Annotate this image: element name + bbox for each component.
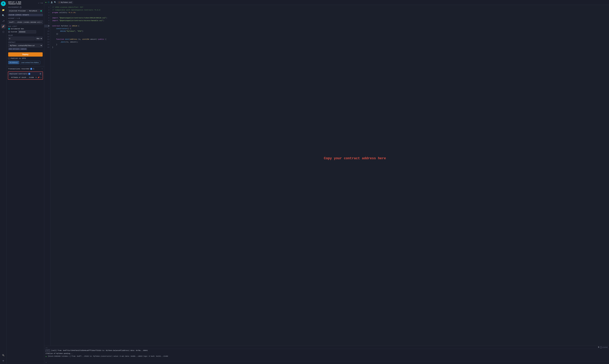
deployed-contracts-section: Deployed Contracts 1 🗑 › MYTOKEN AT 0XA3… <box>8 71 43 80</box>
contract-section: CONTRACT MyToken - contracts/MyToken.sol… <box>7 41 44 52</box>
custom-gas-radio[interactable] <box>8 31 10 33</box>
delete-all-deployed-icon[interactable]: 🗑 <box>40 73 41 75</box>
add-account-icon[interactable]: + <box>15 17 16 19</box>
account-select[interactable]: 0xdf7...251b3 (44383.303368 etl ▾ <box>8 20 43 24</box>
custom-gas-input[interactable] <box>18 30 36 33</box>
console-msg-2-text: creation of MyToken pending... <box>46 352 73 355</box>
delete-contract-icon[interactable]: ✕ <box>40 77 41 78</box>
contract-expand-icon[interactable]: › <box>9 77 10 78</box>
estimated-gas-label: Estimated Gas <box>11 28 24 30</box>
publish-ipfs-label: Publish to IPFS <box>11 57 26 59</box>
account-value: 0xdf7...251b3 (44383.303368 etl <box>9 21 40 23</box>
at-address-button[interactable]: At Address <box>8 61 19 64</box>
listen-label: Listel <box>602 347 608 348</box>
console-input-row: › <box>44 361 609 364</box>
analyze-icon[interactable]: 🔬 <box>51 1 53 3</box>
edit-account-icon[interactable]: ✎ <box>17 17 18 19</box>
panel-header-icons: ✓ › ⊡ <box>38 2 43 4</box>
deploy-button[interactable]: Deploy <box>8 52 43 57</box>
panel-header: DEPLOY & RUNTRANSACTIONS ✓ › ⊡ <box>7 0 44 5</box>
deployed-count-badge: 1 <box>28 73 30 75</box>
success-icon: ● <box>46 355 47 358</box>
console-msg-3-text: [block:3366489 txIndex:-] from: 0xdf7...… <box>48 355 168 358</box>
nav-icon-deploy[interactable]: 🚀 <box>1 24 5 28</box>
transactions-chevron-icon[interactable]: › <box>41 68 43 70</box>
environment-label: ENVIRONMENT i <box>7 5 44 9</box>
copy-account-icon[interactable]: ⧉ <box>19 17 20 19</box>
publish-ipfs-checkbox[interactable] <box>8 58 10 59</box>
env-info-icon[interactable]: i <box>20 6 22 8</box>
console-right: 0 Listel <box>598 346 608 348</box>
account-row: ACCOUNT + ✎ ⧉ <box>7 17 44 20</box>
panel-title: DEPLOY & RUNTRANSACTIONS <box>8 1 21 5</box>
value-section: VALUE Wei <box>7 34 44 41</box>
maximize-icon[interactable]: ⊡ <box>41 2 43 4</box>
console-messages: call [call] from: 0xdf721c726467be31fcd5… <box>44 349 609 361</box>
checkmark-icon[interactable]: ✓ <box>38 2 39 4</box>
console-toolbar: ⌄⌄ 0 Listel <box>44 346 609 349</box>
load-contract-button[interactable]: Load contract from Addres <box>20 61 40 64</box>
listen-checkbox[interactable] <box>600 347 602 348</box>
estimated-gas-radio[interactable] <box>8 28 10 30</box>
code-editor: 1234 567 8 9101112 13141516 // SPDX-Lice… <box>44 5 609 346</box>
transactions-left: Transactions recorded 1 i <box>8 68 34 70</box>
console-msg-1: call [call] from: 0xdf721c726467be31fcd5… <box>46 350 608 352</box>
provider-text: Injected Provider - MetaMask <box>9 10 37 12</box>
main-area: ▶ ⬡ 🔬 🔍 ⬡ MyToken.sol 1234 567 8 9101112… <box>44 0 609 364</box>
gas-label: GAS LIMIT <box>8 26 43 27</box>
contract-action-icons: ⧉ 📌 ✕ <box>36 77 41 78</box>
call-tag: call <box>46 350 50 352</box>
contract-select[interactable]: MyToken - contracts/MyToken.sol <box>8 44 43 47</box>
estimated-gas-row[interactable]: Estimated Gas <box>8 28 43 30</box>
top-toolbar: ▶ ⬡ 🔬 🔍 ⬡ MyToken.sol <box>44 0 609 5</box>
custom-gas-label: Custom <box>11 31 17 33</box>
value-row: Wei <box>8 37 43 40</box>
divider <box>7 66 44 66</box>
file-tab-name: MyToken.sol <box>61 1 72 3</box>
code-content[interactable]: // SPDX-License-Identifier: MIT // Compa… <box>50 5 609 346</box>
tx-info-icon[interactable]: i <box>33 68 34 70</box>
deployed-contract-item: › MYTOKEN AT 0XA3F...513DB ⧉ 📌 ✕ <box>8 76 43 79</box>
tx-count-badge: 1 <box>30 68 32 70</box>
console-collapse-icon[interactable]: ⌄⌄ <box>46 346 48 348</box>
deploy-run-icon[interactable]: ⬡ <box>48 1 49 3</box>
deployed-contracts-header: Deployed Contracts 1 🗑 <box>8 72 43 76</box>
console-msg-3: ● [block:3366489 txIndex:-] from: 0xdf7.… <box>46 355 608 358</box>
console-prompt-icon: › <box>46 362 47 364</box>
provider-row[interactable]: Injected Provider - MetaMask <box>8 9 43 13</box>
console-input[interactable] <box>48 362 608 364</box>
search-toolbar-icon[interactable]: 🔍 <box>54 1 56 3</box>
transactions-label: Transactions recorded <box>8 68 29 70</box>
bottom-console: ⌄⌄ 0 Listel call [call] from: 0xdf721c72… <box>44 346 609 364</box>
app-logo: R <box>1 1 6 6</box>
nav-icon-file[interactable]: 📁 <box>1 8 5 12</box>
listen-row: Listel <box>600 347 608 348</box>
code-wrapper: 1234 567 8 9101112 13141516 // SPDX-Lice… <box>44 5 609 346</box>
custom-gas-row: Custom <box>8 30 43 33</box>
account-label: ACCOUNT <box>8 18 14 19</box>
deployed-contract-name: MYTOKEN AT 0XA3F...513DB <box>11 77 35 78</box>
connected-dot <box>40 10 42 12</box>
left-panel: DEPLOY & RUNTRANSACTIONS ✓ › ⊡ ENVIRONME… <box>7 0 44 364</box>
file-modified-dot: ⬡ <box>59 1 60 3</box>
contract-label: CONTRACT <box>8 41 43 43</box>
file-tab-mytoken[interactable]: ⬡ MyToken.sol <box>57 1 73 4</box>
value-input[interactable] <box>8 37 35 40</box>
transactions-row: Transactions recorded 1 i › <box>7 67 44 71</box>
nav-icon-git[interactable]: ⎇ <box>1 19 5 23</box>
account-icons: + ✎ ⧉ <box>15 17 20 19</box>
run-icon[interactable]: ▶ <box>46 1 47 3</box>
evm-badge: evm version: cancun <box>8 48 27 50</box>
nav-icon-debug[interactable]: ⬡ <box>1 30 5 34</box>
nav-icon-settings[interactable]: ⚙ <box>1 359 5 363</box>
gas-section: GAS LIMIT Estimated Gas Custom <box>7 25 44 34</box>
arrow-right-icon[interactable]: › <box>40 2 41 4</box>
nav-icon-plugin[interactable]: 🔌 <box>1 353 5 357</box>
unit-select[interactable]: Wei <box>35 37 43 40</box>
console-count: 0 <box>598 346 599 348</box>
deployed-contracts-title: Deployed Contracts 1 <box>9 73 30 75</box>
value-label: VALUE <box>8 35 43 36</box>
copy-contract-icon[interactable]: ⧉ <box>36 77 37 78</box>
nav-icon-search[interactable]: 🔍 <box>1 13 5 18</box>
pin-contract-icon[interactable]: 📌 <box>38 77 40 78</box>
